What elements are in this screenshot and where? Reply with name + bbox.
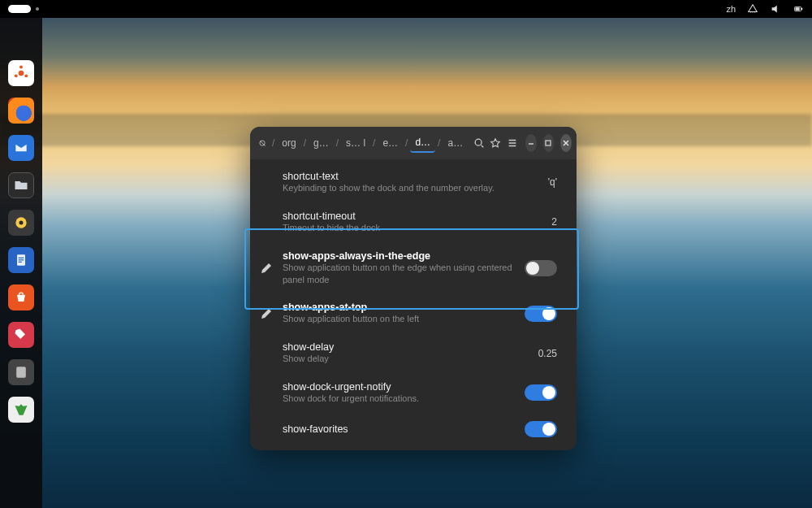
- titlebar: / org / g… / s… l / e… / d… / a…: [250, 127, 577, 159]
- settings-row[interactable]: show-apps-at-topShow application button …: [250, 293, 577, 333]
- dock-app-libreoffice-writer[interactable]: [8, 247, 34, 273]
- minimize-button[interactable]: [525, 134, 537, 152]
- dock-app-dconf-editor[interactable]: [8, 322, 34, 348]
- setting-key: show-dock-urgent-notify: [283, 381, 515, 393]
- input-method-indicator[interactable]: zh: [726, 4, 736, 14]
- setting-description: Show application button on the left: [283, 313, 515, 325]
- breadcrumb-segment-active[interactable]: d…: [410, 133, 435, 153]
- star-icon: [490, 137, 501, 149]
- svg-rect-14: [19, 259, 24, 260]
- svg-rect-5: [796, 7, 800, 11]
- svg-point-8: [15, 74, 18, 77]
- setting-description: Keybinding to show the dock and the numb…: [283, 182, 538, 194]
- svg-point-18: [475, 139, 482, 145]
- settings-row[interactable]: shortcut-textKeybinding to show the dock…: [250, 163, 577, 202]
- network-icon: [747, 3, 758, 15]
- svg-point-6: [19, 71, 24, 76]
- settings-row[interactable]: show-dock-urgent-notifyShow dock for urg…: [250, 373, 577, 413]
- dock-app-show-applications[interactable]: [8, 60, 34, 86]
- breadcrumb-segment[interactable]: s… l: [341, 134, 370, 152]
- battery-icon: [793, 3, 804, 15]
- activities-indicator[interactable]: [8, 5, 31, 13]
- breadcrumb-segment[interactable]: g…: [309, 134, 334, 152]
- dock-app-thunderbird[interactable]: [8, 135, 34, 161]
- setting-description: Show delay: [283, 353, 529, 365]
- svg-point-1: [752, 11, 754, 13]
- toggle-switch[interactable]: [525, 260, 557, 276]
- desktop-wallpaper: / org / g… / s… l / e… / d… / a…: [0, 18, 812, 508]
- settings-row[interactable]: shortcut-timeoutTimeout to hide the dock…: [250, 202, 577, 242]
- svg-rect-19: [546, 141, 551, 145]
- maximize-icon: [544, 139, 552, 147]
- bookmark-button[interactable]: [489, 132, 502, 154]
- breadcrumb-segment[interactable]: a…: [443, 134, 468, 152]
- setting-key: shortcut-timeout: [283, 211, 542, 222]
- workspace-dot-icon: [36, 7, 39, 11]
- pencil-icon: [260, 307, 273, 320]
- settings-row[interactable]: show-apps-always-in-the-edgeShow applica…: [250, 242, 577, 294]
- toggle-switch[interactable]: [525, 384, 557, 401]
- search-button[interactable]: [473, 132, 486, 154]
- svg-point-7: [19, 66, 23, 69]
- settings-row[interactable]: show-favorites: [250, 413, 577, 445]
- breadcrumb-segment[interactable]: org: [277, 134, 300, 152]
- svg-point-11: [19, 221, 24, 225]
- settings-row[interactable]: show-delayShow delay0.25: [250, 333, 577, 373]
- setting-value: 0.25: [538, 348, 557, 359]
- setting-key: show-favorites: [283, 423, 515, 435]
- setting-value: 2: [551, 216, 557, 228]
- dock-app-help[interactable]: [8, 359, 34, 385]
- dock: [0, 18, 42, 508]
- menu-button[interactable]: [506, 132, 519, 154]
- setting-value: 'q': [548, 176, 557, 188]
- dock-app-files[interactable]: [8, 172, 34, 198]
- setting-key: shortcut-text: [283, 171, 538, 182]
- dock-app-rhythmbox[interactable]: [8, 210, 34, 236]
- dconf-editor-window: / org / g… / s… l / e… / d… / a…: [250, 127, 577, 450]
- svg-rect-13: [19, 258, 24, 258]
- dock-app-trash[interactable]: [8, 397, 34, 423]
- dock-app-ubuntu-software[interactable]: [8, 284, 34, 310]
- setting-key: show-apps-at-top: [283, 302, 515, 313]
- search-icon: [473, 137, 485, 149]
- maximize-button[interactable]: [543, 134, 555, 152]
- toggle-switch[interactable]: [525, 421, 557, 437]
- close-button[interactable]: [560, 134, 572, 152]
- svg-rect-16: [16, 367, 26, 377]
- toggle-switch[interactable]: [525, 306, 557, 322]
- svg-point-0: [750, 11, 752, 13]
- svg-point-2: [754, 11, 756, 13]
- system-tray[interactable]: zh: [726, 3, 804, 15]
- pencil-icon: [260, 262, 273, 275]
- svg-point-9: [24, 74, 28, 77]
- setting-description: Show dock for urgent notifications.: [283, 393, 515, 405]
- setting-key: show-delay: [283, 341, 529, 353]
- app-icon: [258, 137, 266, 150]
- dock-app-firefox[interactable]: [8, 98, 34, 124]
- setting-description: Timeout to hide the dock: [283, 222, 542, 234]
- minimize-icon: [527, 139, 535, 147]
- setting-key: show-apps-always-in-the-edge: [283, 250, 515, 262]
- svg-rect-15: [19, 262, 22, 263]
- close-icon: [562, 139, 570, 147]
- breadcrumb-sep: /: [271, 134, 275, 152]
- volume-icon: [770, 3, 781, 15]
- settings-list[interactable]: shortcut-textKeybinding to show the dock…: [250, 159, 577, 450]
- hamburger-icon: [507, 137, 518, 149]
- top-bar: zh: [0, 0, 812, 18]
- setting-description: Show application button on the edge when…: [283, 262, 515, 286]
- breadcrumb-segment[interactable]: e…: [378, 134, 403, 152]
- svg-rect-4: [801, 8, 802, 11]
